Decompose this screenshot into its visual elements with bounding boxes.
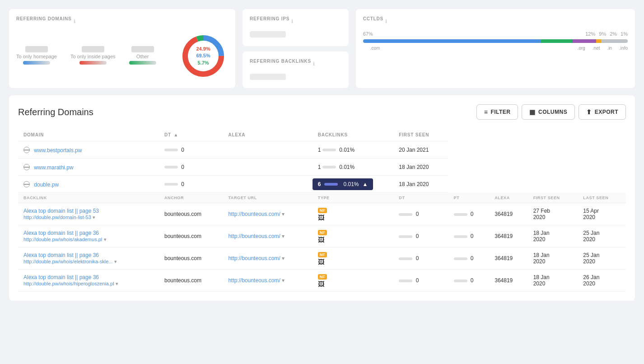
target-url-arrow[interactable]: ▾ — [282, 211, 285, 217]
referring-domains-title: REFERRING DOMAINS — [16, 16, 72, 21]
referring-domains-info-icon[interactable]: ℹ — [74, 19, 75, 24]
sub-pt-cell: 0 — [448, 247, 490, 270]
columns-button[interactable]: ▦ COLUMNS — [522, 104, 575, 120]
target-url-link[interactable]: http://bounteous.com/ — [228, 233, 280, 239]
sub-alexa-cell: 364819 — [489, 225, 527, 247]
filter-button[interactable]: ≡ FILTER — [476, 104, 518, 120]
donut-green-pct: 5.7% — [196, 60, 210, 66]
backlink-title-link[interactable]: Alexa top domain list || page 36 — [23, 274, 99, 280]
sub-last-seen-cell: 15 Apr2020 — [578, 203, 626, 225]
sub-dt-cell: 0 — [393, 247, 448, 270]
dt-mini-bar — [399, 280, 412, 282]
col-first-seen: FIRST SEEN — [393, 129, 448, 141]
homepage-bar — [23, 61, 50, 65]
cctlds-card: CCTLDS ℹ 67% 12% 9% 2% 1% .com .org .net — [356, 9, 635, 88]
backlink-title-link[interactable]: Alexa top domain list || page 36 — [23, 252, 99, 258]
columns-label: COLUMNS — [538, 109, 567, 115]
referring-backlinks-card: REFERRING BACKLINKS ℹ — [243, 51, 349, 89]
dt-bar — [164, 149, 178, 151]
alexa-cell — [223, 159, 312, 176]
sub-first-seen-cell: 27 Feb2020 — [528, 203, 578, 225]
export-label: EXPORT — [595, 109, 618, 115]
sub-alexa-cell: 364819 — [489, 203, 527, 225]
cctlds-percentages: 67% 12% 9% 2% 1% — [363, 31, 628, 37]
cctld-label-com: .com — [370, 46, 570, 51]
page-container: REFERRING DOMAINS ℹ To only homepage To … — [0, 0, 644, 310]
sub-anchor-cell: bounteous.com — [159, 247, 223, 270]
backlink-url-link[interactable]: http://double.pw/whois/elektronika-skle.… — [23, 259, 113, 264]
target-url-arrow[interactable]: ▾ — [282, 277, 285, 284]
filter-icon: ≡ — [484, 108, 488, 116]
stats-row: REFERRING DOMAINS ℹ To only homepage To … — [9, 9, 635, 88]
sub-backlink-cell: Alexa top domain list || page 36 http://… — [18, 247, 159, 270]
globe-icon — [23, 147, 30, 153]
sub-anchor-cell: bounteous.com — [159, 203, 223, 225]
target-url-link[interactable]: http://bounteous.com/ — [228, 277, 280, 284]
target-url-link[interactable]: http://bounteous.com/ — [228, 255, 280, 261]
columns-icon: ▦ — [529, 108, 536, 116]
col-backlinks: BACKLINKS — [313, 129, 394, 141]
cctld-label-info: .info — [619, 46, 628, 51]
referring-domains-card: REFERRING DOMAINS ℹ To only homepage To … — [9, 9, 235, 88]
backlink-dropdown-icon[interactable]: ▾ — [93, 215, 95, 220]
col-domain: DOMAIN — [18, 129, 159, 141]
cctld-pct-org: 12% — [585, 31, 595, 37]
backlinks-expanded-cell: 6 0.01% ▲ — [313, 176, 394, 193]
target-url-arrow[interactable]: ▾ — [282, 233, 285, 239]
expand-btn[interactable]: 6 0.01% ▲ — [313, 178, 373, 190]
sub-pt-cell: 0 — [448, 225, 490, 247]
backlink-url-link[interactable]: http://double.pw/domain-list-53 — [23, 215, 91, 220]
backlink-title-link[interactable]: Alexa top domain list || page 53 — [23, 208, 99, 214]
sub-target-url-cell: http://bounteous.com/ ▾ — [223, 247, 312, 270]
cctld-label-org: .org — [578, 46, 585, 51]
backlink-title-link[interactable]: Alexa top domain list || page 36 — [23, 230, 99, 236]
col-dt[interactable]: DT ▲ — [159, 129, 223, 141]
dt-bar — [164, 166, 178, 168]
main-table-header-row: DOMAIN DT ▲ ALEXA BACKLINKS FIRST SEEN — [18, 129, 626, 141]
domain-link[interactable]: double.pw — [34, 182, 59, 188]
sub-dt-cell: 0 — [393, 225, 448, 247]
backlinks-cell: 1 0.01% — [313, 141, 394, 159]
backlink-url-link[interactable]: http://double.pw/whois/hiperogloszenia.p… — [23, 281, 114, 286]
sub-target-url-cell: http://bounteous.com/ ▾ — [223, 203, 312, 225]
backlink-dropdown-icon[interactable]: ▾ — [104, 237, 107, 242]
referring-backlinks-title: REFERRING BACKLINKS — [250, 59, 311, 64]
sub-last-seen-cell: 25 Jan2020 — [578, 225, 626, 247]
pt-mini-bar — [454, 213, 467, 216]
sub-type-cell: NF 🖼 — [313, 225, 394, 247]
table-section: Referring Domains ≡ FILTER ▦ COLUMNS ⬆ E… — [9, 95, 635, 301]
backlinks-blurred-bar — [250, 74, 286, 80]
sub-col-target-url: TARGET URL — [223, 193, 312, 203]
domain-link[interactable]: www.bestportals.pw — [34, 147, 82, 154]
backlink-dropdown-icon[interactable]: ▾ — [116, 281, 118, 286]
sub-first-seen-cell: 18 Jan2020 — [528, 225, 578, 247]
nf-badge: NF — [318, 274, 327, 280]
cctld-seg-net — [572, 39, 596, 43]
sub-col-dt: DT — [393, 193, 448, 203]
rd-stats: To only homepage To only inside pages Ot… — [16, 46, 169, 66]
donut-blue-pct: 69.5% — [196, 52, 210, 59]
cctld-pct-com: 67% — [363, 31, 582, 37]
target-url-link[interactable]: http://bounteous.com/ — [228, 211, 280, 217]
sub-target-url-cell: http://bounteous.com/ ▾ — [223, 225, 312, 247]
sub-target-url-cell: http://bounteous.com/ ▾ — [223, 270, 312, 292]
referring-backlinks-info-icon[interactable]: ℹ — [313, 61, 315, 67]
first-seen-cell: 18 Jan 2020 — [393, 176, 448, 193]
sub-table-row: Alexa top domain list || page 36 http://… — [18, 225, 626, 247]
dt-cell: 0 — [159, 159, 223, 176]
cctlds-info-icon[interactable]: ℹ — [385, 19, 387, 24]
expand-count: 6 — [318, 181, 321, 187]
domain-link[interactable]: www.marathi.pw — [34, 164, 73, 171]
nf-badge: NF — [318, 252, 327, 257]
cctld-pct-info: 1% — [621, 31, 628, 37]
cctld-bar — [363, 39, 628, 43]
image-icon: 🖼 — [318, 258, 324, 266]
dt-mini-bar — [399, 213, 412, 216]
dt-mini-bar — [399, 257, 412, 260]
backlink-dropdown-icon[interactable]: ▾ — [114, 259, 117, 264]
target-url-arrow[interactable]: ▾ — [282, 255, 285, 261]
export-button[interactable]: ⬆ EXPORT — [579, 104, 626, 120]
cctlds-title: CCTLDS — [363, 16, 383, 21]
referring-ips-info-icon[interactable]: ℹ — [291, 19, 293, 24]
backlink-url-link[interactable]: http://double.pw/whois/akademus.pl — [23, 237, 102, 242]
